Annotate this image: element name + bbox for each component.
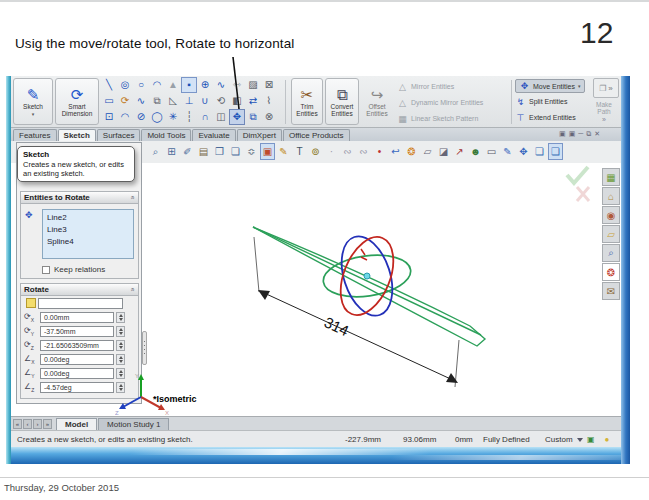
toolbar-command[interactable]: △ Dynamic Mirror Entities bbox=[397, 95, 509, 110]
chain1-icon[interactable]: ∾ bbox=[340, 143, 355, 160]
arc-back-icon[interactable]: ↩ bbox=[388, 143, 403, 160]
jog-icon[interactable]: ⌇ bbox=[261, 93, 277, 109]
rotate-value-input[interactable]: -4.57deg bbox=[40, 382, 114, 393]
view-cube-pressed-icon[interactable]: ❏ bbox=[548, 143, 563, 160]
circle-icon[interactable]: ◎ bbox=[117, 77, 133, 93]
toolbar-command[interactable]: ↯ Split Entities bbox=[515, 94, 585, 109]
entity-list-item[interactable]: Line2 bbox=[47, 212, 129, 224]
view-selector-icon[interactable]: ✐ bbox=[180, 143, 195, 160]
section-view-icon[interactable]: ❏ bbox=[228, 143, 243, 160]
task-pane-button[interactable]: ⌕ bbox=[602, 244, 620, 262]
base-point-input[interactable] bbox=[38, 298, 123, 309]
pencil-status-icon[interactable]: ● bbox=[605, 435, 610, 444]
parabola-icon[interactable]: ∪ bbox=[197, 93, 213, 109]
task-pane-button[interactable]: ▦ bbox=[602, 168, 620, 186]
move-arrows-icon[interactable]: ✥ bbox=[516, 143, 531, 160]
toolbar-command[interactable]: ⊤ Extend Entities bbox=[515, 110, 585, 125]
cascade-window-icon[interactable]: ▣ bbox=[569, 130, 576, 138]
document-tab[interactable]: Model bbox=[56, 418, 97, 430]
previous-view-icon[interactable]: ❐ bbox=[212, 143, 227, 160]
section-corner-icon[interactable]: ◪ bbox=[436, 143, 451, 160]
view-cube-icon[interactable]: ❏ bbox=[532, 143, 547, 160]
trim-entities-button[interactable]: ✂ Trim Entities bbox=[291, 78, 323, 125]
spinner-control[interactable] bbox=[116, 326, 125, 337]
smart-dimension-button[interactable]: ⟳ Smart Dimension bbox=[55, 78, 99, 125]
rotate-icon[interactable]: ⟳ bbox=[117, 93, 133, 109]
spinner-control[interactable] bbox=[116, 340, 125, 351]
intersect-icon[interactable]: ∩ bbox=[197, 109, 213, 125]
rotate-value-input[interactable]: -37.50mm bbox=[40, 326, 114, 337]
sketch-3d-icon[interactable]: ▣ bbox=[260, 143, 275, 160]
command-tab[interactable]: DimXpert bbox=[237, 129, 282, 141]
centerline-icon[interactable]: ┆ bbox=[181, 109, 197, 125]
restore-window-icon[interactable]: ⧉ bbox=[586, 130, 591, 138]
ellipse-icon[interactable]: ⊕ bbox=[197, 77, 213, 93]
minimize-window-icon[interactable]: ─ bbox=[578, 130, 583, 138]
offset-entities-button[interactable]: ↪ Offset Entities bbox=[361, 78, 393, 125]
line-icon[interactable]: ╲ bbox=[101, 77, 117, 93]
document-tab[interactable]: Motion Study 1 bbox=[98, 418, 169, 430]
entity-list-item[interactable]: Spline4 bbox=[47, 236, 129, 248]
scene-icon[interactable]: ▱ bbox=[420, 143, 435, 160]
command-tab[interactable]: Sketch bbox=[58, 129, 96, 141]
keep-relations-checkbox[interactable] bbox=[42, 266, 50, 274]
erase-icon[interactable]: ⊗ bbox=[261, 109, 277, 125]
command-tab[interactable]: Evaluate bbox=[192, 129, 235, 141]
collapse-chevron-icon[interactable]: » bbox=[130, 196, 137, 200]
overflow-chevron-icon[interactable]: » bbox=[602, 116, 606, 123]
task-pane-button[interactable]: ❂ bbox=[602, 263, 620, 281]
slot-icon[interactable]: ⊡ bbox=[101, 109, 117, 125]
last-tab-button[interactable]: » bbox=[43, 419, 52, 429]
sheet-status-icon[interactable]: ▣ bbox=[587, 435, 595, 444]
edit2-icon[interactable]: ✎ bbox=[500, 143, 515, 160]
arc3pt-icon[interactable]: ◠ bbox=[117, 109, 133, 125]
tile-window-icon[interactable]: ▣ bbox=[559, 130, 566, 138]
pan-icon[interactable]: ▤ bbox=[196, 143, 211, 160]
red-dot-icon[interactable]: • bbox=[372, 143, 387, 160]
edit-sketch-icon[interactable]: ✎ bbox=[276, 143, 291, 160]
overflow-chevron-icon[interactable]: » bbox=[608, 84, 612, 93]
sep-dot-icon[interactable]: · bbox=[324, 143, 339, 160]
entity-list-item[interactable]: Line3 bbox=[47, 224, 129, 236]
task-pane-button[interactable]: ✉ bbox=[602, 282, 620, 300]
pen-icon[interactable]: ↗ bbox=[452, 143, 467, 160]
flyout-mini-panel[interactable]: ❐ » bbox=[593, 78, 619, 98]
prev-tab-button[interactable]: ‹ bbox=[23, 419, 32, 429]
toolbar-command[interactable]: ▦ Linear Sketch Pattern bbox=[397, 111, 509, 126]
spline2-icon[interactable]: ∿ bbox=[133, 93, 149, 109]
monitor-icon[interactable]: ▭ bbox=[484, 143, 499, 160]
dimension-value[interactable]: 314 bbox=[322, 313, 352, 339]
arc-icon[interactable]: ◠ bbox=[149, 77, 165, 93]
appearance-ball-icon[interactable]: ❂ bbox=[404, 143, 419, 160]
star-point-icon[interactable]: ✳ bbox=[165, 109, 181, 125]
zoom-area-icon[interactable]: ⌕ bbox=[148, 143, 163, 160]
graphics-viewport[interactable]: 314 bbox=[137, 163, 601, 416]
modify-icon[interactable]: ⊠ bbox=[261, 77, 277, 93]
first-tab-button[interactable]: « bbox=[13, 419, 22, 429]
rotate-value-input[interactable]: -21.65063509mm bbox=[40, 340, 114, 351]
display-style-icon[interactable]: ≎ bbox=[244, 143, 259, 160]
panel-splitter-handle[interactable] bbox=[142, 331, 147, 365]
spinner-control[interactable] bbox=[116, 354, 125, 365]
plane-icon[interactable]: ▲ bbox=[165, 77, 181, 93]
spinner-control[interactable] bbox=[116, 312, 125, 323]
zoom-fit-icon[interactable]: ⊞ bbox=[164, 143, 179, 160]
units-dropdown[interactable]: Custom bbox=[545, 435, 573, 444]
fillet-icon[interactable]: ◺ bbox=[165, 93, 181, 109]
circle2-icon[interactable]: ◯ bbox=[149, 109, 165, 125]
toolbar-command[interactable]: △ Mirror Entities bbox=[397, 79, 509, 94]
collapse-chevron-icon[interactable]: » bbox=[130, 288, 137, 292]
toolbar-command[interactable]: ✥ Move Entities ▾ bbox=[515, 79, 585, 93]
command-tab[interactable]: Surfaces bbox=[97, 129, 141, 141]
entities-listbox[interactable]: Line2Line3Spline4 bbox=[42, 209, 134, 259]
command-tab[interactable]: Office Products bbox=[283, 129, 350, 141]
point-ref-icon[interactable]: ⊚ bbox=[308, 143, 323, 160]
partial-ellipse-icon[interactable]: ⊘ bbox=[133, 109, 149, 125]
text-tool-icon[interactable]: T bbox=[292, 143, 307, 160]
task-pane-button[interactable]: ⌂ bbox=[602, 187, 620, 205]
next-tab-button[interactable]: › bbox=[33, 419, 42, 429]
close-window-icon[interactable]: ✕ bbox=[594, 130, 600, 138]
rotate-value-input[interactable]: 0.00deg bbox=[40, 368, 114, 379]
convert-entities-button[interactable]: ⧉ Convert Entities bbox=[325, 78, 359, 125]
convert-box-icon[interactable]: ⧉ bbox=[149, 93, 165, 109]
